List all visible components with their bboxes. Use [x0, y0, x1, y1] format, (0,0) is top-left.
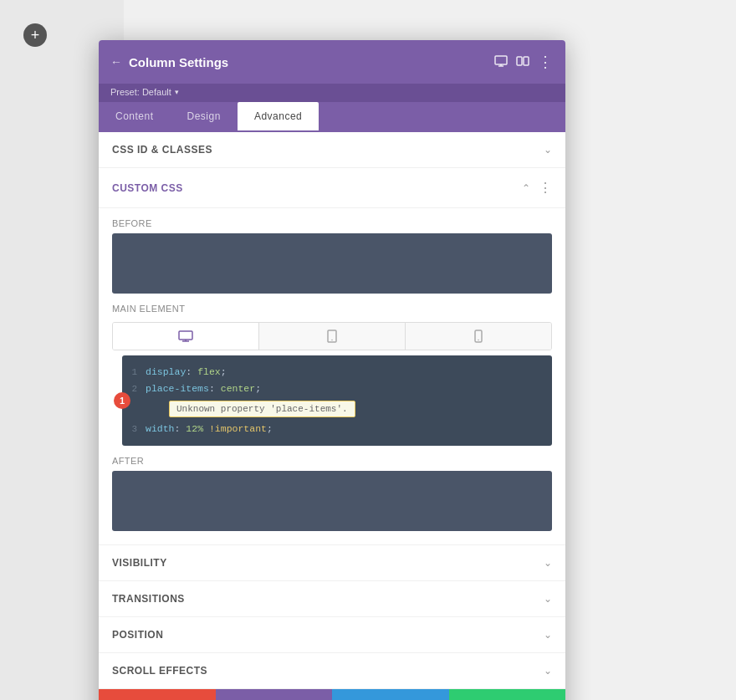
custom-css-section: Custom CSS ⌃ ⋮ Before Main Element [99, 168, 565, 545]
preset-label: Preset: Default [110, 87, 171, 97]
cancel-button[interactable]: ✕ [99, 689, 216, 700]
header-left: ← Column Settings [110, 55, 228, 69]
device-desktop-btn[interactable] [113, 323, 259, 350]
code-line-1: 1 display: flex; [122, 364, 552, 381]
plus-icon: + [31, 27, 40, 44]
error-tooltip: Unknown property 'place-items'. [169, 401, 355, 417]
custom-css-header[interactable]: Custom CSS ⌃ ⋮ [99, 168, 565, 208]
device-tablet-btn[interactable] [259, 323, 406, 350]
tab-design[interactable]: Design [171, 102, 238, 130]
tab-advanced[interactable]: Advanced [238, 102, 319, 130]
transitions-section[interactable]: Transitions ⌄ [99, 581, 565, 617]
custom-css-more-icon[interactable]: ⋮ [539, 180, 552, 196]
code-editor-wrapper: 1 1 display: flex; 2 [122, 355, 552, 446]
code-line-3: 3 width: 12% !important; [122, 421, 552, 437]
transitions-chevron: ⌄ [544, 593, 552, 605]
position-section[interactable]: Position ⌄ [99, 617, 565, 653]
line-content-3: width: 12% !important; [146, 422, 544, 437]
add-button[interactable]: + [23, 23, 47, 47]
layout-icon[interactable] [516, 54, 529, 70]
line-content-2: place-items: center; [146, 381, 544, 396]
modal-title: Column Settings [129, 55, 228, 69]
svg-rect-2 [524, 57, 529, 65]
transitions-title: Transitions [112, 593, 185, 605]
header-right: ⋮ [494, 53, 554, 71]
custom-css-content: Before Main Element [99, 218, 565, 545]
after-textarea[interactable] [112, 471, 552, 531]
svg-point-7 [478, 340, 479, 341]
modal-body: CSS ID & Classes ⌄ Custom CSS ⌃ ⋮ Before… [99, 132, 565, 689]
css-property-2: place-items [146, 383, 209, 394]
modal-footer: ✕ ↺ ↻ ✓ [99, 689, 565, 700]
scroll-effects-section[interactable]: Scroll Effects ⌄ [99, 653, 565, 689]
monitor-icon[interactable] [494, 54, 508, 70]
code-editor[interactable]: 1 display: flex; 2 place-items: center; [122, 355, 552, 446]
code-line-2: 2 place-items: center; [122, 381, 552, 397]
redo-button[interactable]: ↻ [332, 689, 449, 700]
custom-css-header-right: ⌃ ⋮ [522, 180, 552, 196]
position-chevron: ⌄ [544, 629, 552, 641]
before-textarea[interactable] [112, 233, 552, 294]
css-value-1: flex [197, 366, 221, 377]
custom-css-title: Custom CSS [112, 182, 183, 194]
column-settings-modal: ← Column Settings ⋮ Preset: Default ▾ Co… [99, 40, 565, 700]
preset-dropdown-arrow: ▾ [175, 88, 179, 96]
error-tooltip-container: Unknown property 'place-items'. [122, 397, 552, 421]
tabs-bar: Content Design Advanced [99, 102, 565, 132]
device-mobile-btn[interactable] [406, 323, 551, 350]
line-number-1: 1 [122, 365, 146, 380]
css-id-title: CSS ID & Classes [112, 144, 212, 156]
visibility-chevron: ⌄ [544, 557, 552, 569]
modal-header: ← Column Settings ⋮ [99, 40, 565, 84]
css-id-chevron: ⌄ [544, 144, 552, 156]
css-value-3: 12% [186, 423, 203, 434]
custom-css-collapse-icon: ⌃ [522, 182, 530, 194]
svg-point-5 [331, 340, 333, 341]
css-property-3: width [146, 423, 175, 434]
scroll-effects-title: Scroll Effects [112, 665, 207, 677]
back-icon[interactable]: ← [110, 55, 122, 69]
position-title: Position [112, 629, 163, 641]
preset-row[interactable]: Preset: Default ▾ [99, 84, 565, 102]
save-button[interactable]: ✓ [449, 689, 566, 700]
css-property-1: display [146, 366, 186, 377]
main-element-label: Main Element [112, 304, 552, 314]
css-value-2: center [221, 383, 255, 394]
after-label: After [112, 456, 552, 466]
line-number-3: 3 [122, 422, 146, 437]
reset-button[interactable]: ↺ [216, 689, 333, 700]
more-options-icon[interactable]: ⋮ [538, 53, 554, 71]
visibility-section[interactable]: Visibility ⌄ [99, 545, 565, 581]
css-id-section[interactable]: CSS ID & Classes ⌄ [99, 132, 565, 168]
error-badge: 1 [114, 392, 130, 409]
tab-content[interactable]: Content [99, 102, 171, 130]
device-selector [112, 322, 552, 350]
before-label: Before [112, 218, 552, 228]
css-important-3: !important [209, 423, 267, 434]
scroll-effects-chevron: ⌄ [544, 665, 552, 677]
svg-rect-1 [517, 57, 522, 65]
line-content-1: display: flex; [146, 365, 544, 380]
visibility-title: Visibility [112, 557, 167, 569]
svg-rect-3 [179, 331, 192, 340]
svg-rect-0 [495, 56, 507, 64]
